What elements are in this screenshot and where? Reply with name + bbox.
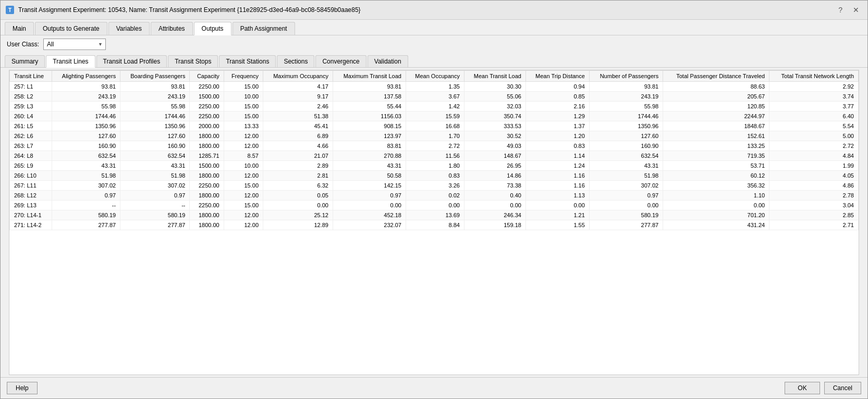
sub-tab-transit-stations[interactable]: Transit Stations [219,55,276,67]
table-cell: 0.40 [464,191,525,201]
table-row[interactable]: 262: L6127.60127.601800.0012.006.89123.9… [10,131,859,141]
col-total-pass-dist: Total Passenger Distance Traveled [663,71,769,82]
table-cell: 1800.00 [190,191,224,201]
table-cell: 51.98 [52,171,120,181]
table-cell: -- [120,201,190,210]
table-cell: 3.26 [406,181,464,191]
table-cell: 2250.00 [190,201,224,210]
table-cell: 580.19 [52,210,120,220]
sub-tab-validation[interactable]: Validation [368,55,408,67]
app-icon: T [6,6,14,14]
table-cell: 51.98 [120,171,190,181]
table-row[interactable]: 268: L120.970.971800.0012.000.050.970.02… [10,191,859,201]
cancel-button[interactable]: Cancel [824,382,861,394]
table-cell: 51.38 [263,111,333,121]
table-cell: 83.81 [333,141,406,151]
table-cell: 1.29 [525,111,589,121]
table-cell: 148.67 [464,151,525,161]
sub-tab-summary[interactable]: Summary [5,55,45,67]
table-cell: 2.92 [769,82,859,92]
table-row[interactable]: 269: L13----2250.0015.000.000.000.000.00… [10,201,859,210]
table-cell: 0.00 [263,201,333,210]
table-row[interactable]: 261: L51350.961350.962000.0013.3345.4190… [10,121,859,131]
table-cell: 15.59 [406,111,464,121]
table-cell: 1800.00 [190,171,224,181]
tab-path-assignment[interactable]: Path Assignment [233,22,295,35]
help-icon-button[interactable]: ? [835,5,846,15]
table-container[interactable]: Transit Line Alighting Passengers Boardi… [9,70,859,375]
table-cell: 123.97 [333,131,406,141]
sub-tab-transit-lines[interactable]: Transit Lines [46,55,95,68]
help-button[interactable]: Help [7,382,38,394]
table-cell: 45.41 [263,121,333,131]
table-cell: 73.38 [464,181,525,191]
table-cell: 261: L5 [10,121,52,131]
tab-outputs-to-generate[interactable]: Outputs to Generate [35,22,107,35]
table-row[interactable]: 271: L14-2277.87277.871800.0012.0012.892… [10,220,859,230]
table-cell: 0.00 [406,201,464,210]
table-cell: 1744.46 [120,111,190,121]
close-button[interactable]: ✕ [850,5,862,15]
table-cell: 127.60 [120,131,190,141]
table-cell: 15.00 [224,111,263,121]
col-mean-occ: Mean Occupancy [406,71,464,82]
table-cell: 1350.96 [52,121,120,131]
table-row[interactable]: 257: L193.8193.812250.0015.004.1793.811.… [10,82,859,92]
table-cell: 2.72 [769,141,859,151]
table-row[interactable]: 259: L355.9855.982250.0015.002.4655.441.… [10,102,859,111]
table-cell: 205.67 [663,92,769,102]
table-row[interactable]: 270: L14-1580.19580.191800.0012.0025.124… [10,210,859,220]
tab-variables[interactable]: Variables [108,22,150,35]
table-cell: 2.72 [406,141,464,151]
sub-tab-transit-load-profiles[interactable]: Transit Load Profiles [96,55,167,67]
table-cell: 268: L12 [10,191,52,201]
col-capacity: Capacity [190,71,224,82]
table-cell: 1500.00 [190,92,224,102]
table-cell: 0.05 [263,191,333,201]
table-cell: 51.98 [589,171,663,181]
table-row[interactable]: 258: L2243.19243.191500.0010.009.17137.5… [10,92,859,102]
table-cell: 2244.97 [663,111,769,121]
tab-outputs[interactable]: Outputs [194,22,231,35]
table-cell: 127.60 [52,131,120,141]
table-cell: 258: L2 [10,92,52,102]
user-class-select[interactable]: All [43,39,106,50]
table-cell: 267: L11 [10,181,52,191]
table-cell: 701.20 [663,210,769,220]
table-cell: 50.58 [333,171,406,181]
table-cell: 16.68 [406,121,464,131]
table-cell: 159.18 [464,220,525,230]
table-cell: 1.99 [769,161,859,171]
sub-tab-transit-stops[interactable]: Transit Stops [168,55,218,67]
table-cell: 2.89 [263,161,333,171]
table-cell: 6.89 [263,131,333,141]
table-row[interactable]: 265: L943.3143.311500.0010.002.8943.311.… [10,161,859,171]
table-row[interactable]: 263: L7160.90160.901800.0012.004.6683.81… [10,141,859,151]
table-cell: 12.00 [224,220,263,230]
table-cell: 0.00 [464,201,525,210]
ok-button[interactable]: OK [785,382,820,394]
table-cell: 137.58 [333,92,406,102]
table-cell: 13.33 [224,121,263,131]
table-cell: 452.18 [333,210,406,220]
table-cell: 13.69 [406,210,464,220]
table-row[interactable]: 266: L1051.9851.981800.0012.002.8150.580… [10,171,859,181]
table-cell: 333.53 [464,121,525,131]
col-mean-trip: Mean Trip Distance [525,71,589,82]
table-cell: 1.55 [525,220,589,230]
table-cell: 2.71 [769,220,859,230]
table-row[interactable]: 264: L8632.54632.541285.718.5721.07270.8… [10,151,859,161]
window-title: Transit Assignment Experiment: 10543, Na… [18,6,361,14]
table-row[interactable]: 267: L11307.02307.022250.0015.006.32142.… [10,181,859,191]
tab-main[interactable]: Main [5,22,34,35]
table-row[interactable]: 260: L41744.461744.462250.0015.0051.3811… [10,111,859,121]
sub-tab-convergence[interactable]: Convergence [315,55,366,67]
table-cell: 1.35 [406,82,464,92]
table-cell: 0.94 [525,82,589,92]
sub-tab-sections[interactable]: Sections [277,55,314,67]
tab-attributes[interactable]: Attributes [151,22,193,35]
table-cell: 133.25 [663,141,769,151]
col-max-tl: Maximum Transit Load [333,71,406,82]
table-cell: 0.83 [406,171,464,181]
table-cell: 266: L10 [10,171,52,181]
